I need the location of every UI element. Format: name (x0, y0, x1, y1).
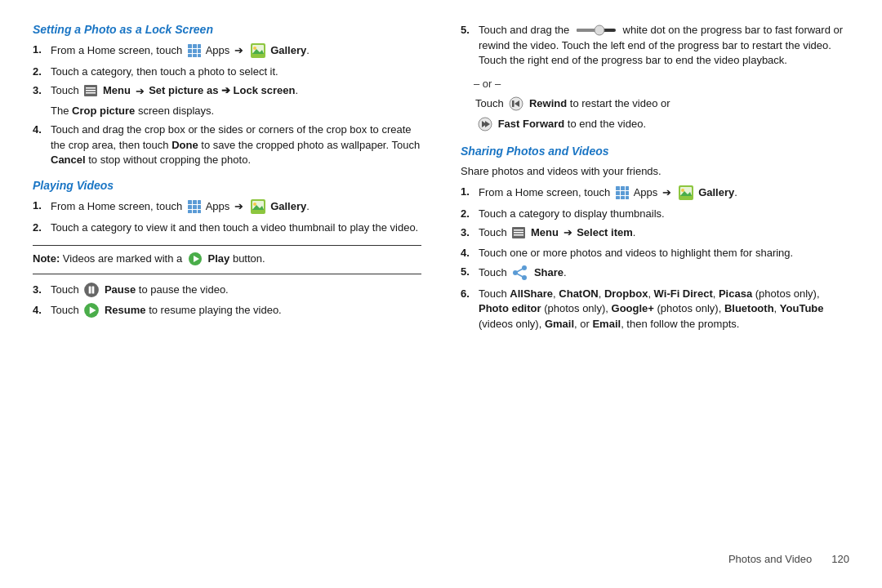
svg-rect-19 (198, 200, 201, 204)
playing-videos-steps2: 3. Touch Pause to pause the video. (33, 283, 421, 319)
sh-step-4: 4. Touch one or more photos and videos t… (461, 246, 849, 261)
apps-label-1: Apps (206, 44, 230, 56)
pv-step-num-2: 2. (33, 220, 47, 235)
rewind-line: Touch Rewind to restart the video or (475, 96, 849, 113)
svg-rect-4 (193, 49, 197, 53)
svg-rect-53 (621, 196, 625, 199)
svg-rect-5 (198, 49, 201, 53)
sh-step-num-4: 4. (461, 246, 475, 261)
step-4-content: Touch and drag the crop box or the sides… (51, 122, 421, 167)
note-box: Note: Videos are marked with a Play butt… (33, 245, 421, 274)
footer-page-number: 120 (831, 553, 849, 565)
svg-rect-24 (193, 210, 197, 213)
gallery-label-3: Gallery (698, 186, 734, 198)
arrow-sh1: ➔ (662, 186, 675, 198)
pv-step-3-content: Touch Pause to pause the video. (51, 283, 421, 299)
email-label: Email (592, 318, 621, 330)
youtube-label: YouTube (780, 302, 824, 314)
svg-rect-18 (193, 200, 197, 204)
crop-picture-label: Crop picture (72, 105, 135, 117)
apps-icon-1 (186, 42, 203, 59)
step-num-1: 1. (33, 42, 47, 60)
pv-step-1: 1. From a Home screen, touch (33, 198, 421, 216)
svg-rect-23 (188, 210, 192, 213)
sh-step-5: 5. Touch (461, 265, 849, 283)
set-picture-label: Set picture as ➔ Lock screen (149, 85, 295, 97)
resume-icon (83, 302, 100, 318)
or-text: – or – (474, 78, 849, 90)
apps-icon-2 (186, 198, 203, 215)
section-sharing: Sharing Photos and Videos Share photos a… (461, 145, 849, 332)
sh-step-num-2: 2. (461, 207, 475, 221)
svg-rect-42 (512, 100, 514, 107)
svg-rect-22 (198, 205, 201, 209)
allshare-label: AllShare (510, 287, 553, 300)
pv-step-4-content: Touch Resume to resume playing the video… (51, 303, 421, 319)
sharing-intro: Share photos and videos with your friend… (461, 164, 849, 180)
svg-rect-2 (198, 44, 201, 48)
step-5-content: Touch and drag the white dot on the prog… (479, 23, 849, 68)
section-step5: 5. Touch and drag the white dot on the (461, 23, 849, 133)
menu-icon-1 (82, 82, 99, 99)
select-item-label: Select item (577, 226, 633, 238)
pv-step-num-4: 4. (33, 303, 47, 319)
svg-rect-48 (626, 186, 629, 190)
sh-step-2: 2. Touch a category to display thumbnail… (461, 207, 849, 221)
svg-rect-16 (86, 92, 96, 94)
apps-icon-3 (614, 185, 630, 201)
gallery-icon-3 (677, 184, 695, 202)
sh-step-1-content: From a Home screen, touch (479, 185, 849, 203)
arrow-3: ➔ (136, 85, 148, 97)
pv-step-1-content: From a Home screen, touch (51, 198, 421, 216)
play-icon-note (187, 251, 203, 267)
step-3: 3. Touch Menu (33, 83, 421, 100)
share-icon (511, 264, 529, 282)
two-column-layout: Setting a Photo as a Lock Screen 1. From… (33, 23, 849, 545)
step-2-content: Touch a category, then touch a photo to … (51, 65, 421, 79)
cancel-label: Cancel (51, 154, 86, 166)
photoeditor-label: Photo editor (479, 302, 541, 314)
resume-label: Resume (105, 305, 146, 317)
gallery-label-2: Gallery (270, 200, 306, 212)
gallery-label-1: Gallery (270, 44, 306, 56)
step-num-2: 2. (33, 65, 47, 79)
svg-rect-34 (92, 287, 95, 294)
svg-rect-62 (514, 234, 523, 236)
chaton-label: ChatON (559, 287, 598, 300)
googleplus-label: Google+ (612, 302, 654, 314)
step-3-content: Touch Menu ➔ Se (51, 83, 421, 100)
svg-rect-60 (514, 229, 523, 231)
svg-rect-21 (193, 205, 197, 209)
pv-step-num-3: 3. (33, 283, 47, 299)
sh-step-3: 3. Touch Menu (461, 225, 849, 242)
pv-step-2: 2. Touch a category to view it and then … (33, 220, 421, 235)
share-label: Share (534, 267, 564, 279)
playing-videos-steps: 1. From a Home screen, touch (33, 198, 421, 235)
svg-rect-49 (616, 191, 620, 195)
svg-rect-7 (193, 54, 197, 57)
arrow-1: ➔ (234, 44, 247, 56)
arrow-sh3: ➔ (564, 226, 576, 238)
step-num-3: 3. (33, 83, 47, 100)
play-label-note: Play (208, 253, 230, 265)
svg-rect-1 (193, 44, 197, 48)
done-label: Done (172, 139, 198, 151)
arrow-pv1: ➔ (234, 200, 247, 212)
left-column: Setting a Photo as a Lock Screen 1. From… (33, 23, 428, 545)
bluetooth-label: Bluetooth (724, 302, 774, 314)
sh-step-num-6: 6. (461, 287, 475, 332)
svg-point-57 (681, 189, 684, 192)
sh-step-num-1: 1. (461, 185, 475, 203)
page-container: Setting a Photo as a Lock Screen 1. From… (0, 0, 882, 588)
note-text2: button. (233, 253, 265, 265)
pv-step-2-content: Touch a category to view it and then tou… (51, 220, 421, 235)
note-label: Note: (33, 253, 60, 265)
svg-rect-14 (86, 87, 96, 89)
sh-step-2-content: Touch a category to display thumbnails. (479, 207, 849, 221)
svg-rect-54 (626, 196, 629, 199)
step-num-3n (33, 104, 47, 118)
svg-rect-47 (621, 186, 625, 190)
svg-rect-3 (188, 49, 192, 53)
step-num-4: 4. (33, 122, 47, 167)
sh-step-6-content: Touch AllShare, ChatON, Dropbox, Wi-Fi D… (479, 287, 849, 332)
